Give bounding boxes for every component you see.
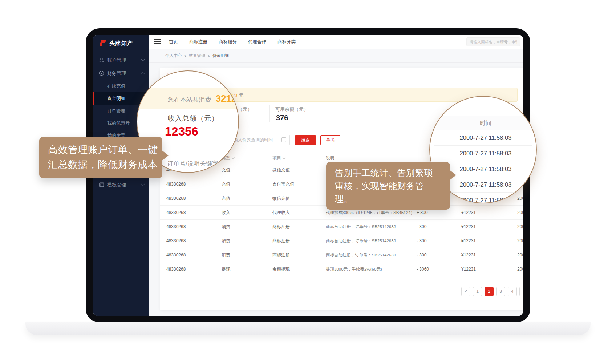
topbar: 首页商标注册商标服务代理合作商标分类 xyxy=(149,35,523,49)
project-cell: 微信充值 xyxy=(272,191,290,206)
type-cell: 充值 xyxy=(222,177,230,191)
amount-cell: - 300 xyxy=(417,248,426,262)
logo[interactable]: 头牌知产 xyxy=(98,40,133,47)
page: 头牌知产 账户管理 财务管理 在线充值资金明细订单管理我的优惠券我的发票 xyxy=(0,0,616,364)
project-cell: 商标注册 xyxy=(272,220,290,234)
top-nav-tab[interactable]: 商标服务 xyxy=(219,39,237,45)
type-cell: 收入 xyxy=(222,206,230,220)
magnified-time-value: 2000-7-27 11:58:03 xyxy=(434,130,532,146)
expense-label-partial: （元） xyxy=(238,106,252,113)
balance-cell: ¥12231 xyxy=(461,248,476,262)
top-nav-tab[interactable]: 商标分类 xyxy=(277,39,296,45)
top-nav-tab[interactable]: 商标注册 xyxy=(189,39,207,45)
template-icon xyxy=(99,182,104,187)
balance-value: 376 xyxy=(276,114,288,122)
pagination-page[interactable]: 4 xyxy=(508,287,517,296)
amount-cell: - 300 xyxy=(417,234,426,248)
income-label: 收入总额（元） xyxy=(168,114,219,123)
logo-subtitle-decor xyxy=(109,48,132,48)
balance-cell: ¥12231 xyxy=(461,206,476,220)
sidebar-item-label: 财务管理 xyxy=(107,70,126,77)
project-cell: 支付宝充值 xyxy=(272,177,294,191)
pagination-prev[interactable]: < xyxy=(461,287,470,296)
top-nav-tab[interactable]: 代理合作 xyxy=(248,39,266,45)
laptop-base xyxy=(25,322,591,335)
order-cell: 48330268 xyxy=(166,248,186,262)
callout-text: 告别手工统计、告别繁琐 xyxy=(335,166,450,179)
export-button[interactable]: 导出 xyxy=(320,135,340,145)
project-cell: 代理收入 xyxy=(272,206,290,220)
balance-cell: ¥12231 xyxy=(461,234,476,248)
breadcrumb-item[interactable]: 个人中心 xyxy=(165,53,182,58)
amount-cell: - 300 xyxy=(417,220,426,234)
chevron-up-icon xyxy=(141,72,145,76)
chevron-down-icon xyxy=(141,182,145,186)
time-cell-clipped: 2000-7-27 11:58:03 xyxy=(517,220,523,234)
order-cell: 48330268 xyxy=(166,191,186,206)
pagination-page[interactable]: 2 xyxy=(485,287,494,296)
sidebar-item-label: 账户管理 xyxy=(107,57,126,64)
time-cell-clipped: 2000-7-27 11:58:03 xyxy=(517,262,523,276)
breadcrumb-separator: > xyxy=(208,54,210,58)
income-value: 12356 xyxy=(165,125,198,138)
balance-cell: ¥12231 xyxy=(461,220,476,234)
desc-cell: 提现3000元，手续费2%(60元) xyxy=(326,262,415,276)
desc-cell: 商标自助注册，订单号：SB2514263J xyxy=(326,234,415,248)
type-cell: 消费 xyxy=(222,248,230,262)
order-cell: 48330268 xyxy=(166,177,186,191)
pagination-page[interactable]: 5 xyxy=(519,287,523,296)
project-cell: 商标注册 xyxy=(272,248,290,262)
order-cell: 48330268 xyxy=(166,220,186,234)
notice-unit: 元 xyxy=(239,93,243,98)
callout-right: 告别手工统计、告别繁琐 审核，实现智能财务管 理。 xyxy=(326,162,450,210)
amount-cell: - 3060 xyxy=(417,262,429,276)
breadcrumb: 个人中心 > 财务管理 > 资金明细 xyxy=(149,49,523,63)
project-cell: 微信充值 xyxy=(272,163,290,177)
type-cell: 充值 xyxy=(222,163,230,177)
breadcrumb-current: 资金明细 xyxy=(212,53,229,58)
sort-caret-icon xyxy=(283,156,285,159)
sidebar-subitem[interactable]: 在线充值 xyxy=(93,80,149,92)
chevron-down-icon xyxy=(141,58,145,61)
pagination-page[interactable]: 1 xyxy=(473,287,482,296)
project-cell: 余额提现 xyxy=(272,262,290,276)
user-icon xyxy=(99,57,104,63)
top-nav-tab[interactable]: 首页 xyxy=(169,39,178,45)
sidebar-item-finance[interactable]: 财务管理 xyxy=(93,67,149,80)
finance-icon xyxy=(99,70,104,76)
time-cell-clipped: 2000-7-27 11:58:03 xyxy=(517,206,523,220)
pagination-pages: 12345 xyxy=(473,287,523,296)
sidebar-item-account[interactable]: 账户管理 xyxy=(93,54,149,67)
callout-text: 高效管理账户订单、一键 xyxy=(48,142,162,157)
project-cell: 商标注册 xyxy=(272,234,290,248)
logo-title: 头牌知产 xyxy=(109,40,133,47)
pagination: < 12345 xyxy=(461,287,523,296)
top-nav-tabs: 首页商标注册商标服务代理合作商标分类 xyxy=(169,35,296,49)
table-row: 48330268 消费 商标注册 商标自助注册，订单号：SB2514263J -… xyxy=(160,234,523,248)
table-row: 48330268 提现 余额提现 提现3000元，手续费2%(60元) - 30… xyxy=(160,262,523,276)
hamburger-icon[interactable] xyxy=(154,39,161,44)
order-cell: 48330268 xyxy=(166,234,186,248)
header-desc: 说明 xyxy=(326,153,415,163)
stat-divider xyxy=(270,105,270,122)
search-button[interactable]: 搜索 xyxy=(295,135,316,145)
calendar-icon[interactable] xyxy=(281,137,286,142)
balance-cell: ¥12231 xyxy=(461,262,476,276)
breadcrumb-item[interactable]: 财务管理 xyxy=(189,53,206,58)
notice-prefix: 您在本站共消费 xyxy=(168,96,211,103)
breadcrumb-separator: > xyxy=(184,54,187,58)
type-cell: 充值 xyxy=(222,191,230,206)
order-cell: 48330268 xyxy=(166,206,186,220)
header-project-sortable[interactable]: 项目 xyxy=(272,153,285,163)
logo-flag-icon xyxy=(98,40,107,47)
magnified-time-value: 2000-7-27 11:58:03 xyxy=(434,146,532,161)
time-cell-clipped: 2000-7-27 11:58:03 xyxy=(517,248,523,262)
sidebar-item-label: 模板管理 xyxy=(107,182,126,188)
order-cell: 48330268 xyxy=(166,262,186,276)
sort-caret-icon xyxy=(232,156,235,159)
sidebar-item-template[interactable]: 模板管理 xyxy=(93,178,149,191)
magnified-time-header: 时间 xyxy=(430,116,536,130)
pagination-page[interactable]: 3 xyxy=(496,287,505,296)
search-input[interactable] xyxy=(466,37,520,46)
type-cell: 消费 xyxy=(222,234,230,248)
